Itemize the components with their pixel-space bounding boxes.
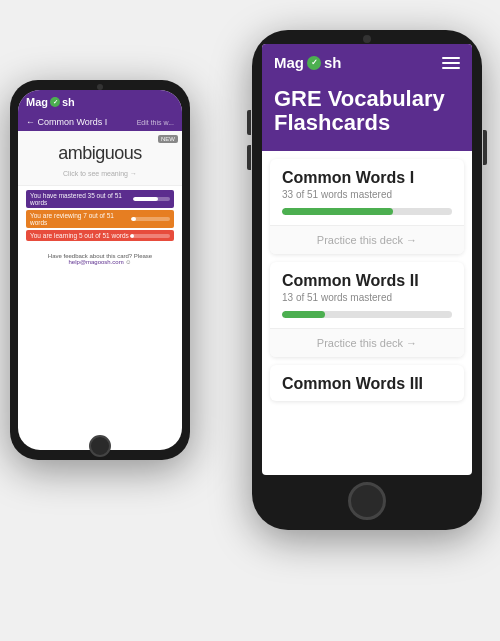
check-badge-right: ✓ (307, 56, 321, 70)
deck-2-progress-bar (282, 311, 452, 318)
deck-card-2-body: Common Words II 13 of 51 words mastered (270, 262, 464, 328)
right-logo: Mag ✓ sh (274, 54, 342, 71)
deck-1-subtitle: 33 of 51 words mastered (282, 189, 452, 200)
flashcard-word: ambiguous (26, 143, 174, 164)
deck-1-practice-button[interactable]: Practice this deck → (270, 225, 464, 254)
logo-text-right: Mag (274, 54, 304, 71)
right-camera (363, 35, 371, 43)
hamburger-line-3 (442, 67, 460, 69)
logo-suffix-right: sh (324, 54, 342, 71)
right-home-button[interactable] (348, 482, 386, 520)
logo-text-left: Mag (26, 96, 48, 108)
deck-card-1: Common Words I 33 of 51 words mastered P… (270, 159, 464, 254)
left-nav[interactable]: ← Common Words I Edit this w... (18, 113, 182, 131)
left-home-button[interactable] (89, 435, 111, 457)
volume-button-1 (247, 110, 251, 135)
left-camera (97, 84, 103, 90)
stat-mastered-text: You have mastered 35 out of 51 words (30, 192, 133, 206)
feedback-email-link[interactable]: help@magoosh.com (69, 259, 124, 265)
deck-2-name: Common Words II (282, 272, 452, 290)
edit-text: Edit this w... (137, 119, 174, 126)
deck-card-2: Common Words II 13 of 51 words mastered … (270, 262, 464, 357)
left-phone: Mag ✓ sh ← Common Words I Edit this w...… (10, 80, 190, 460)
deck-card-3-body: Common Words III (270, 365, 464, 401)
right-phone: Mag ✓ sh GRE Vocabulary Flashcards Commo… (252, 30, 482, 530)
feedback-smile: ☺ (125, 259, 131, 265)
new-badge: NEW (158, 135, 178, 143)
stat-mastered-bar (133, 197, 158, 201)
feedback-area: Have feedback about this card? Please he… (18, 247, 182, 271)
stat-learning-text: You are learning 5 out of 51 words (30, 232, 129, 239)
title-area: GRE Vocabulary Flashcards (262, 79, 472, 151)
check-badge-left: ✓ (50, 97, 60, 107)
flashcard-hint: Click to see meaning → (26, 170, 174, 177)
stat-learning-bar-container (130, 234, 170, 238)
stat-learning-bar (130, 234, 134, 238)
deck-2-practice-button[interactable]: Practice this deck → (270, 328, 464, 357)
hamburger-menu[interactable] (442, 57, 460, 69)
hamburger-line-1 (442, 57, 460, 59)
deck-3-name: Common Words III (282, 375, 452, 393)
back-button-left[interactable]: ← Common Words I (26, 117, 107, 127)
deck-1-progress-fill (282, 208, 393, 215)
flashcard-area[interactable]: NEW ambiguous Click to see meaning → (18, 131, 182, 186)
right-header: Mag ✓ sh (262, 44, 472, 79)
stat-reviewing-text: You are reviewing 7 out of 51 words (30, 212, 131, 226)
stat-reviewing: You are reviewing 7 out of 51 words (26, 210, 174, 228)
deck-card-1-body: Common Words I 33 of 51 words mastered (270, 159, 464, 225)
hamburger-line-2 (442, 62, 460, 64)
stats-area: You have mastered 35 out of 51 words You… (18, 186, 182, 247)
power-button (483, 130, 487, 165)
deck-1-name: Common Words I (282, 169, 452, 187)
deck-card-3: Common Words III (270, 365, 464, 401)
logo-suffix-left: sh (62, 96, 75, 108)
left-header: Mag ✓ sh (18, 90, 182, 113)
page-title: GRE Vocabulary Flashcards (274, 87, 460, 135)
stat-mastered-bar-container (133, 197, 170, 201)
left-screen: Mag ✓ sh ← Common Words I Edit this w...… (18, 90, 182, 450)
deck-2-progress-fill (282, 311, 325, 318)
deck-1-progress-bar (282, 208, 452, 215)
stat-reviewing-bar-container (131, 217, 170, 221)
stat-mastered: You have mastered 35 out of 51 words (26, 190, 174, 208)
left-logo: Mag ✓ sh (26, 96, 174, 108)
stat-learning: You are learning 5 out of 51 words (26, 230, 174, 241)
deck-2-subtitle: 13 of 51 words mastered (282, 292, 452, 303)
right-screen: Mag ✓ sh GRE Vocabulary Flashcards Commo… (262, 44, 472, 475)
feedback-email-line: help@magoosh.com ☺ (26, 259, 174, 265)
volume-button-2 (247, 145, 251, 170)
stat-reviewing-bar (131, 217, 136, 221)
